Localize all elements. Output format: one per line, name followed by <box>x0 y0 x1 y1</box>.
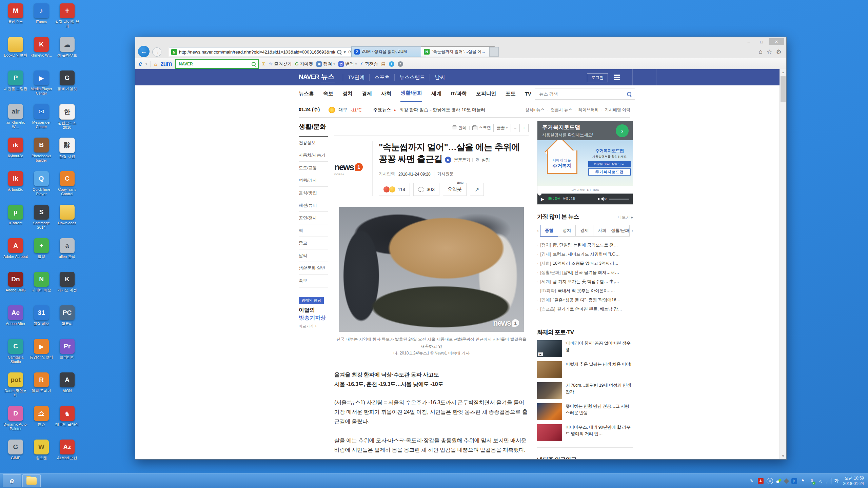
font-larger-button[interactable]: + <box>519 124 529 132</box>
minimize-button[interactable]: – <box>743 38 754 45</box>
news-list-item[interactable]: [연예]"결혼+성공 둘 다"..종영 '막영애16… <box>537 296 633 305</box>
network-signal-icon[interactable] <box>827 478 831 484</box>
cat-newshome[interactable]: 뉴스홈 <box>299 86 314 102</box>
cat-society[interactable]: 사회 <box>381 86 391 102</box>
share-button[interactable]: ↗ <box>470 183 484 196</box>
sidebar-item-performance[interactable]: 공연/전시 <box>299 212 328 224</box>
news-list-item[interactable]: [사회]16억짜리 조형물 없애고 3억짜리… <box>537 259 633 268</box>
login-button[interactable]: 로그인 <box>587 73 608 82</box>
ad-banner[interactable]: 주거복지로드맵 사용설명서를 확인해보세요! › 나에게 맞는주거복지 주거복지… <box>537 121 633 205</box>
link-article-history[interactable]: 기사배열 이력 <box>599 107 630 113</box>
password-key-icon[interactable]: ⚿ <box>262 61 265 67</box>
desktop-shortcut[interactable]: 辭한컴 사전 <box>54 136 80 169</box>
taskbar-explorer-button[interactable] <box>22 474 41 487</box>
desktop-shortcut[interactable]: AAION <box>54 370 80 404</box>
favorites-star-icon[interactable]: ☆ <box>767 48 772 56</box>
desktop-shortcut[interactable]: ▶Media Player Center <box>28 68 54 102</box>
zum-home-icon[interactable]: ⌂ <box>154 61 157 67</box>
memo-book-icon[interactable]: ▤ <box>381 61 386 66</box>
desktop-shortcut[interactable]: +알약 <box>28 236 54 270</box>
scroll-up-icon[interactable]: ▲ <box>780 69 786 75</box>
creative-cloud-icon[interactable]: ∞ <box>767 478 773 484</box>
ie-icon[interactable]: e <box>139 60 142 67</box>
settings-gear-icon[interactable]: ⚙ <box>776 48 782 56</box>
adobe-tray-icon[interactable]: A <box>758 478 764 484</box>
desktop-shortcut[interactable]: ♪iTunes <box>28 1 54 35</box>
sidebar-item-fashion[interactable]: 패션/뷰티 <box>299 199 328 212</box>
zum-search-box[interactable] <box>175 59 259 69</box>
sidebar-item-religion[interactable]: 종교 <box>299 237 328 249</box>
desktop-shortcut[interactable]: ✝성경 다이얼 뷰어 <box>54 1 80 35</box>
cat-breaking[interactable]: 속보 <box>323 86 333 102</box>
desktop-shortcut[interactable]: QQuickTime Player <box>28 169 54 203</box>
cat-world[interactable]: 세계 <box>431 86 441 102</box>
home-icon[interactable]: ⌂ <box>759 48 763 56</box>
desktop-shortcut[interactable]: W원스캔 <box>28 438 54 471</box>
sidebar-item-food[interactable]: 음식/맛집 <box>299 187 328 199</box>
desktop-shortcut[interactable]: SSoftimage 2014 <box>28 203 54 236</box>
desktop-shortcut[interactable]: ☁샘 클라우드 <box>54 35 80 68</box>
press-logo[interactable]: news1 KOREA <box>334 141 373 196</box>
vertical-scrollbar[interactable]: ▲ ▼ <box>780 69 786 459</box>
desktop-shortcut[interactable]: potDaum 팟인코더 <box>3 370 28 404</box>
quicksend-button[interactable]: ⚡퀵전송 <box>360 61 378 67</box>
listen-label[interactable]: 본문듣기 <box>454 157 470 163</box>
sidebar-item-health[interactable]: 건강정보 <box>299 137 328 149</box>
desktop-shortcut[interactable]: P사진몰 그림판 <box>3 68 28 102</box>
show-hidden-icons[interactable]: ↻ <box>749 478 755 484</box>
zum-search-icon[interactable] <box>252 62 256 66</box>
desktop-shortcut[interactable]: AzAzMod 포샵 <box>54 438 80 471</box>
sidebar-item-weather[interactable]: 날씨 <box>299 249 328 262</box>
naver-news-logo[interactable]: NAVER 뉴스 <box>299 72 335 82</box>
header-menu-sports[interactable]: 스포츠 <box>369 74 394 81</box>
maximize-button[interactable]: □ <box>756 38 767 45</box>
more-tools-icon[interactable]: ▼ <box>398 61 403 67</box>
photo-tv-item[interactable]: 좋아하는 인형 만난 견공…그 사랑스러운 반응 <box>537 403 633 420</box>
news-search-input[interactable] <box>538 91 627 97</box>
sidebar-item-books[interactable]: 책 <box>299 224 328 237</box>
photo-tv-item[interactable]: ▶'대베리아 한파' 꽁꽁 얼어버린 생수병 <box>537 340 633 357</box>
font-button[interactable]: 글꼴▾ <box>493 124 511 132</box>
desktop-shortcut[interactable]: airair Khmetic W… <box>3 102 28 136</box>
desktop-shortcut[interactable]: BPhotobooks builder <box>28 136 54 169</box>
volume-slider[interactable] <box>609 199 629 200</box>
desktop-shortcut[interactable]: CCamtasia Studio <box>3 337 28 370</box>
scrap-button[interactable]: 스크랩 <box>472 125 491 131</box>
tab-society[interactable]: 사회 <box>593 225 611 237</box>
dropdown-icon[interactable]: ▾ <box>333 62 335 66</box>
major-news-headline[interactable]: 최강 한파 엄습…한낮에도 영하 10도 머물러 <box>399 107 486 113</box>
apps-grid-icon[interactable] <box>614 75 616 76</box>
cat-photo[interactable]: 포토 <box>506 86 516 102</box>
desktop-shortcut[interactable]: AAdobe Acrobat <box>3 236 28 270</box>
antivirus-pill-icon[interactable] <box>776 479 782 484</box>
news-list-item[interactable]: [생활/문화][날씨] 전국 올겨울 최저…서… <box>537 268 633 277</box>
weather-city[interactable]: 대구 <box>338 107 347 113</box>
new-tab-button[interactable] <box>489 47 499 57</box>
zum-search-input[interactable] <box>178 61 250 67</box>
desktop-shortcut[interactable]: ikik-bout2d <box>3 136 28 169</box>
play-icon[interactable]: ▶ <box>541 197 544 202</box>
close-button[interactable]: ✕ <box>769 38 784 45</box>
video-player-bar[interactable]: ▶ 00:00 00:19 ✕ <box>537 194 633 204</box>
promo-link[interactable]: 바로가기 + <box>299 324 328 329</box>
dropdown-icon[interactable]: ▾ <box>355 62 357 66</box>
desktop-shortcut[interactable]: ▶동영상 인코더 <box>28 337 54 370</box>
desktop-shortcut[interactable]: G겜색 게임샷 <box>54 68 80 102</box>
desktop-shortcut[interactable]: KKhmetic W… <box>28 35 54 68</box>
ie-dropdown-icon[interactable]: ▾ <box>145 62 147 66</box>
cat-it-science[interactable]: IT/과학 <box>451 86 467 102</box>
cat-opinion[interactable]: 오피니언 <box>476 86 496 102</box>
photo-tv-item[interactable]: 미니마우스, 데뷔 90년만에 할 리우드 명예의 거리 입… <box>537 424 633 441</box>
cat-economy[interactable]: 경제 <box>362 86 372 102</box>
news-list-item[interactable]: [경제]트럼프, 세이프가드 서명하며 "LG… <box>537 250 633 259</box>
desktop-shortcut[interactable]: K카카오 계정 <box>54 270 80 303</box>
desktop-shortcut[interactable]: DDynamic Auto-Painter <box>3 404 28 438</box>
sidebar-item-travel[interactable]: 여행/레저 <box>299 174 328 187</box>
summary-bot-button[interactable]: 요약봇Beta <box>443 183 467 196</box>
news-search-icon[interactable] <box>627 92 631 96</box>
desktop-shortcut[interactable]: 쇼한쇼 <box>28 404 54 438</box>
desktop-shortcut[interactable]: BookC 임포터 <box>3 35 28 68</box>
tab-active-article[interactable]: N "속눈썹까지 얼어"…살을 에... ✕ <box>421 46 495 57</box>
forward-button[interactable]: → <box>152 47 161 57</box>
desktop-shortcut[interactable]: N네이버 메모 <box>28 270 54 303</box>
